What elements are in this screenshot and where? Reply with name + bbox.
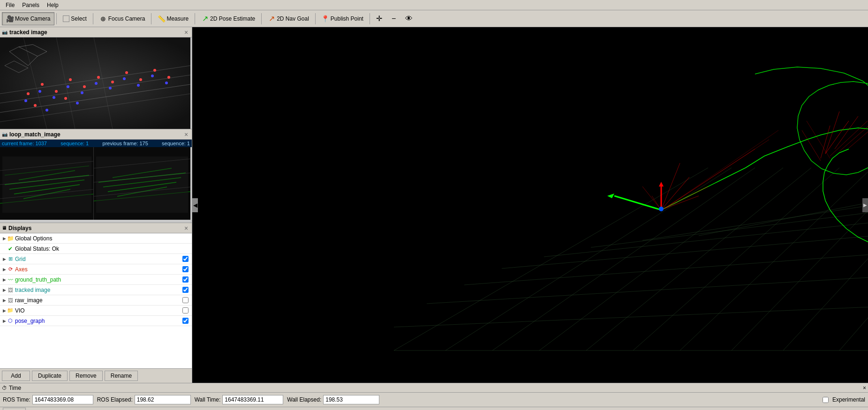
wall-elapsed-input[interactable] (323, 395, 379, 404)
ros-time-label: ROS Time: (3, 396, 30, 403)
add-button[interactable]: Add (2, 371, 30, 381)
svg-point-25 (81, 91, 83, 94)
pose-graph-checkbox-container (181, 318, 190, 324)
publish-point-icon: 📍 (322, 15, 329, 22)
ros-elapsed-label: ROS Elapsed: (97, 396, 133, 403)
tracked-image-checkbox[interactable] (182, 287, 189, 293)
global-options-toggle: ▶ (2, 236, 7, 241)
display-row-axes[interactable]: ▶ ⟳ Axes (0, 264, 192, 275)
wall-time-input[interactable] (222, 395, 283, 404)
svg-rect-53 (96, 157, 188, 213)
svg-point-29 (137, 84, 140, 87)
ros-elapsed-input[interactable] (135, 395, 191, 404)
focus-camera-icon: ⊕ (99, 15, 107, 22)
display-row-vio[interactable]: ▶ 📁 VIO (0, 306, 192, 316)
raw-image-icon: 🖼 (7, 297, 14, 304)
vio-toggle: ▶ (2, 308, 7, 313)
svg-point-11 (69, 78, 72, 81)
display-row-global-status[interactable]: ✔ Global Status: Ok (0, 244, 192, 254)
svg-point-20 (64, 97, 67, 100)
zoom-in-button[interactable]: 👁 (401, 12, 417, 25)
collapse-handle[interactable]: ◀ (192, 198, 198, 212)
loop-match-canvas (0, 147, 190, 220)
right-collapse-handle[interactable]: ▶ (862, 198, 868, 212)
toolbar-sep-6 (315, 13, 316, 24)
menu-file[interactable]: File (2, 1, 18, 9)
measure-button[interactable]: 📏 Measure (153, 12, 193, 25)
display-row-global-options[interactable]: ▶ 📁 Global Options (0, 233, 192, 244)
displays-icon: 🖥 (2, 225, 7, 231)
ground-truth-checkbox[interactable] (182, 276, 189, 283)
raw-image-checkbox[interactable] (182, 297, 189, 303)
displays-close[interactable]: × (182, 224, 190, 232)
svg-point-10 (55, 90, 58, 93)
time-panel-content: ROS Time: ROS Elapsed: Wall Time: Wall E… (0, 393, 868, 407)
ros-time-field: ROS Time: (3, 395, 93, 404)
menu-panels[interactable]: Panels (18, 1, 43, 9)
left-panel: 📷 tracked image × (0, 27, 192, 383)
nav-goal-button[interactable]: ↗ 2D Nav Goal (264, 12, 313, 25)
interact-button[interactable]: ✛ (372, 12, 386, 25)
svg-point-12 (83, 85, 86, 88)
svg-point-33 (76, 102, 79, 104)
displays-label: Displays (8, 225, 31, 231)
vio-checkbox-container (181, 307, 190, 313)
displays-content: ▶ 📁 Global Options ✔ Global Status: Ok ▶… (0, 233, 192, 368)
experimental-checkbox[interactable] (823, 397, 829, 403)
publish-point-button[interactable]: 📍 Publish Point (317, 12, 368, 25)
display-row-ground-truth[interactable]: ▶ 〰 ground_truth_path (0, 275, 192, 285)
zoom-out-button[interactable]: − (387, 12, 400, 25)
reset-button[interactable]: Reset (3, 408, 26, 410)
svg-point-22 (38, 90, 41, 93)
svg-point-16 (139, 78, 142, 81)
svg-point-31 (165, 82, 168, 84)
3d-viewport[interactable]: ◀ ▶ (192, 27, 868, 383)
ground-truth-checkbox-container (181, 276, 190, 283)
svg-point-23 (53, 96, 55, 99)
vio-name: VIO (15, 307, 181, 314)
move-camera-button[interactable]: 🎥 Move Camera (2, 12, 54, 25)
global-options-name: Global Options (15, 235, 190, 242)
tracked-image-display-name: tracked image (15, 287, 181, 293)
rename-button[interactable]: Rename (105, 371, 138, 381)
tracked-image-svg (0, 37, 190, 129)
tracked-image-header: 📷 tracked image × (0, 27, 192, 37)
time-panel-close[interactable]: × (863, 385, 866, 391)
duplicate-button[interactable]: Duplicate (32, 371, 68, 381)
display-row-grid[interactable]: ▶ ⊞ Grid (0, 254, 192, 264)
display-row-pose-graph[interactable]: ▶ ⬡ pose_graph (0, 316, 192, 326)
display-row-raw-image[interactable]: ▶ 🖼 raw_image (0, 295, 192, 306)
displays-header: 🖥 Displays × (0, 223, 192, 233)
select-button[interactable]: Select (59, 12, 91, 25)
status-bar: Reset Left-Click: Rotate. Middle-Click: … (0, 407, 868, 410)
toolbar-sep-5 (261, 13, 262, 24)
grid-checkbox[interactable] (182, 256, 189, 262)
loop-match-close[interactable]: × (182, 131, 190, 138)
svg-point-13 (97, 76, 100, 79)
display-row-tracked-image[interactable]: ▶ 🖼 tracked image (0, 285, 192, 295)
pose-estimate-button[interactable]: ↗ 2D Pose Estimate (197, 12, 259, 25)
toolbar-sep-4 (195, 13, 195, 24)
tracked-image-title: 📷 tracked image (2, 29, 47, 36)
global-status-name: Global Status: Ok (15, 246, 190, 252)
tracked-image-tree-toggle: ▶ (2, 288, 7, 292)
remove-button[interactable]: Remove (69, 371, 103, 381)
svg-point-26 (95, 82, 98, 85)
pose-graph-name: pose_graph (15, 318, 181, 324)
toolbar-sep-7 (370, 13, 370, 24)
pose-graph-checkbox[interactable] (182, 318, 189, 324)
time-right: Experimental (823, 396, 865, 403)
measure-icon: 📏 (158, 15, 165, 22)
axes-checkbox[interactable] (182, 266, 189, 272)
grid-checkbox-container (181, 256, 190, 262)
grid-name: Grid (15, 256, 181, 262)
focus-camera-button[interactable]: ⊕ Focus Camera (95, 12, 150, 25)
loop-match-icon: 📷 (2, 132, 8, 137)
tracked-image-close[interactable]: × (182, 29, 190, 36)
loop-match-right-svg (94, 147, 190, 220)
vio-checkbox[interactable] (182, 307, 189, 313)
grid-toggle: ▶ (2, 257, 7, 261)
displays-buttons: Add Duplicate Remove Rename (0, 368, 192, 383)
ros-time-input[interactable] (32, 395, 93, 404)
menu-help[interactable]: Help (43, 1, 62, 9)
